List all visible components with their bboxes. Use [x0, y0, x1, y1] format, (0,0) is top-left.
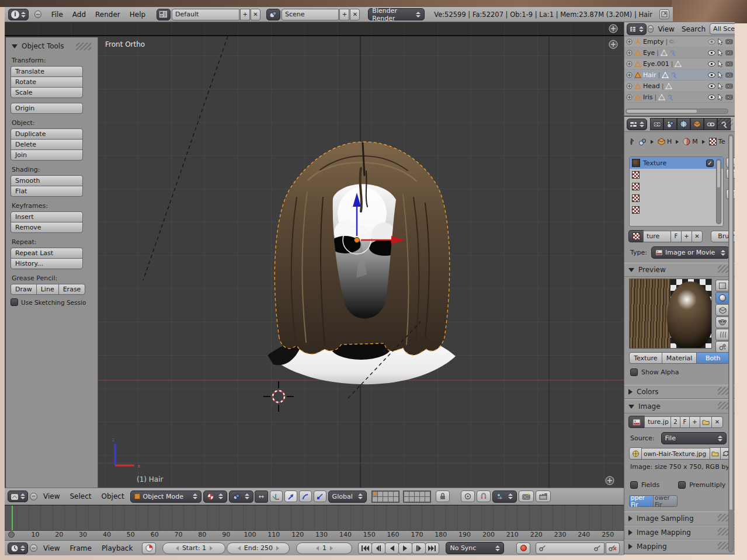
screen-layout-icon-button[interactable]	[157, 9, 171, 20]
renderable-icon[interactable]	[725, 50, 733, 55]
show-alpha-checkbox[interactable]	[630, 368, 638, 376]
frame-increment-arrow[interactable]	[330, 546, 333, 551]
translate-button[interactable]: Translate	[11, 66, 83, 77]
timeline-collapse-menus[interactable]: −	[30, 544, 37, 552]
object-tools-panel-header[interactable]: Object Tools	[11, 41, 93, 51]
translate-manipulator-button[interactable]	[284, 491, 297, 502]
viewport-editor-selector[interactable]	[8, 491, 28, 502]
outliner-row-head[interactable]: Head |	[624, 81, 735, 92]
lower-first-button[interactable]: ower Fir	[653, 495, 677, 507]
image-panel-header[interactable]: Image	[624, 399, 735, 413]
delete-button[interactable]: Delete	[11, 139, 83, 150]
timeline-menu-view[interactable]: View	[39, 544, 64, 552]
next-keyframe-button[interactable]	[412, 542, 426, 554]
fields-checkbox[interactable]	[630, 481, 638, 489]
grease-draw-button[interactable]: Draw	[11, 284, 37, 295]
selectable-icon[interactable]	[718, 61, 723, 67]
renderable-icon[interactable]	[725, 94, 733, 100]
open-image-button[interactable]	[700, 416, 712, 428]
close-scene-button[interactable]: ✕	[350, 9, 360, 20]
jump-to-end-button[interactable]	[425, 542, 439, 554]
remove-keyframe-button[interactable]: Remove	[11, 222, 83, 233]
preview-sphere-button[interactable]	[715, 292, 729, 304]
snap-element-dropdown[interactable]	[492, 491, 517, 503]
outliner-menu-view[interactable]: View	[655, 25, 677, 33]
browse-filepath-button[interactable]	[710, 447, 721, 460]
outliner-row-eye001[interactable]: Eye.001 |	[624, 58, 735, 69]
rotate-button[interactable]: Rotate	[11, 76, 83, 88]
browse-image-button[interactable]	[628, 416, 645, 428]
crumb-material[interactable]: M	[683, 138, 698, 145]
menu-help[interactable]: Help	[126, 11, 150, 19]
outliner-item-label[interactable]: Empty	[643, 38, 663, 46]
insert-keyframe-button[interactable]: Insert	[11, 211, 83, 222]
tab-render[interactable]	[650, 118, 663, 130]
current-frame-field[interactable]: 1	[296, 542, 352, 554]
scene-name-field[interactable]: Scene	[282, 9, 339, 20]
texture-slot-selected[interactable]: Texture ✓	[630, 157, 723, 169]
maximize-window-button[interactable]	[659, 9, 669, 19]
grease-line-button[interactable]: Line	[36, 284, 59, 295]
opengl-render-button[interactable]	[519, 491, 534, 502]
frame-decrement-arrow[interactable]	[316, 546, 319, 551]
selectable-icon[interactable]	[718, 94, 723, 100]
current-frame-line[interactable]	[12, 506, 13, 531]
editor-type-selector[interactable]: i	[8, 9, 29, 20]
texture-name-field[interactable]: ture	[643, 231, 671, 242]
new-image-button[interactable]: +	[689, 416, 700, 428]
hide-icon[interactable]	[708, 72, 715, 78]
outliner-editor-selector[interactable]	[627, 23, 647, 35]
texture-type-dropdown[interactable]: Image or Movie	[651, 246, 729, 259]
fields-checkbox-row[interactable]: Fields Premultiply	[630, 481, 725, 489]
prev-keyframe-button[interactable]	[371, 542, 385, 554]
layers-widget[interactable]	[371, 491, 431, 503]
texture-slot-empty[interactable]	[630, 204, 723, 215]
viewport-menu-object[interactable]: Object	[98, 492, 128, 500]
timeline-track[interactable]	[5, 505, 624, 530]
outliner-item-label[interactable]: Head	[643, 82, 660, 90]
preview-flat-button[interactable]	[715, 280, 729, 291]
hide-icon[interactable]	[708, 95, 715, 100]
start-increment-arrow[interactable]	[210, 546, 213, 551]
scene-crumb-icon[interactable]	[638, 138, 647, 145]
hide-icon[interactable]	[708, 50, 715, 55]
preview-hair-button[interactable]	[715, 329, 729, 340]
menu-render[interactable]: Render	[91, 11, 124, 19]
outliner-row-iris[interactable]: Iris |	[624, 92, 735, 103]
play-reverse-button[interactable]	[385, 542, 399, 554]
selectable-icon[interactable]	[718, 39, 723, 45]
pin-icon[interactable]	[628, 138, 635, 145]
timeline-editor-selector[interactable]	[8, 542, 28, 554]
properties-scrollbar[interactable]	[728, 134, 734, 552]
texture-list-scrollbar[interactable]	[716, 159, 721, 224]
grease-erase-button[interactable]: Erase	[58, 284, 86, 295]
image-fake-user-button[interactable]: F	[680, 416, 690, 428]
viewport-menu-view[interactable]: View	[39, 492, 64, 500]
preview-mode-texture[interactable]: Texture	[629, 352, 662, 364]
screen-layout-name-field[interactable]: Default	[172, 9, 239, 20]
opengl-render-anim-button[interactable]	[536, 491, 551, 502]
image-name-field[interactable]: ture.jp	[644, 416, 671, 428]
renderable-icon[interactable]	[725, 39, 733, 44]
crumb-object[interactable]: H	[658, 138, 672, 145]
hide-icon[interactable]	[708, 84, 715, 89]
texture-slot-list[interactable]: Texture ✓	[629, 156, 724, 227]
preview-range-button[interactable]	[142, 542, 156, 554]
fake-user-button[interactable]: F	[670, 231, 682, 242]
tab-scene[interactable]	[663, 118, 677, 130]
selectable-icon[interactable]	[718, 72, 723, 78]
frame-indicator-knob[interactable]	[8, 531, 15, 538]
keying-set-field[interactable]	[536, 542, 604, 554]
flat-button[interactable]: Flat	[11, 186, 83, 197]
menu-file[interactable]: File	[47, 11, 67, 19]
properties-resize-stripes[interactable]	[718, 119, 733, 126]
tab-world[interactable]	[677, 118, 690, 130]
layers-grid-right[interactable]	[403, 491, 431, 503]
mapping-panel-header[interactable]: Mapping	[624, 540, 735, 554]
sketching-session-row[interactable]: Use Sketching Sessio	[11, 298, 93, 306]
selectable-icon[interactable]	[718, 83, 723, 89]
crumb-texture[interactable]: Te	[709, 138, 725, 145]
browse-texture-button[interactable]	[628, 230, 644, 242]
preview-panel-header[interactable]: Preview	[624, 263, 735, 277]
outliner-item-label[interactable]: Iris	[643, 93, 653, 101]
